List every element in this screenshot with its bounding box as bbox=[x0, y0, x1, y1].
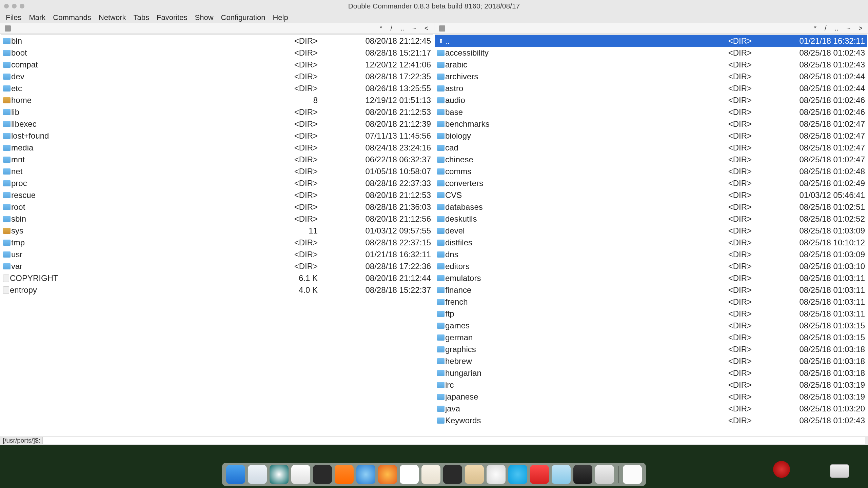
close-window-button[interactable] bbox=[4, 4, 9, 8]
file-row[interactable]: java<DIR>08/25/18 01:03:20 bbox=[435, 403, 867, 414]
nav-button[interactable]: * bbox=[814, 24, 816, 32]
file-row[interactable]: japanese<DIR>08/25/18 01:03:19 bbox=[435, 391, 867, 403]
file-row[interactable]: usr<DIR>01/21/18 16:32:11 bbox=[1, 248, 433, 260]
drive-icon[interactable] bbox=[5, 25, 11, 32]
dock-pdf-icon[interactable] bbox=[573, 465, 592, 484]
zoom-window-button[interactable] bbox=[20, 4, 24, 8]
nav-button[interactable]: ~ bbox=[847, 24, 851, 32]
file-row[interactable]: libexec<DIR>08/20/18 21:12:39 bbox=[1, 118, 433, 130]
file-row[interactable]: base<DIR>08/25/18 01:02:46 bbox=[435, 106, 867, 118]
desktop-drive-icon[interactable] bbox=[830, 464, 849, 478]
file-row[interactable]: var<DIR>08/28/18 17:22:36 bbox=[1, 260, 433, 272]
file-row[interactable]: home812/19/12 01:51:13 bbox=[1, 94, 433, 106]
file-row[interactable]: rescue<DIR>08/20/18 21:12:53 bbox=[1, 189, 433, 201]
menu-show[interactable]: Show bbox=[191, 12, 217, 23]
file-row[interactable]: emulators<DIR>08/25/18 01:03:11 bbox=[435, 272, 867, 284]
file-row[interactable]: audio<DIR>08/25/18 01:02:46 bbox=[435, 94, 867, 106]
file-row[interactable]: lost+found<DIR>07/11/13 11:45:56 bbox=[1, 130, 433, 142]
file-row[interactable]: deskutils<DIR>08/25/18 01:02:52 bbox=[435, 213, 867, 225]
file-row[interactable]: astro<DIR>08/25/18 01:02:44 bbox=[435, 82, 867, 94]
file-row[interactable]: german<DIR>08/25/18 01:03:15 bbox=[435, 331, 867, 343]
file-row[interactable]: chinese<DIR>08/25/18 01:02:47 bbox=[435, 154, 867, 165]
file-row[interactable]: games<DIR>08/25/18 01:03:15 bbox=[435, 320, 867, 331]
menu-tabs[interactable]: Tabs bbox=[130, 12, 153, 23]
dock-graph-icon[interactable] bbox=[530, 465, 549, 484]
file-row[interactable]: cad<DIR>08/25/18 01:02:47 bbox=[435, 142, 867, 154]
dock-preview-icon[interactable] bbox=[552, 465, 571, 484]
left-panel[interactable]: bin<DIR>08/20/18 21:12:45boot<DIR>08/28/… bbox=[1, 35, 433, 435]
file-row[interactable]: dns<DIR>08/25/18 01:03:09 bbox=[435, 248, 867, 260]
dock-skype-icon[interactable] bbox=[508, 465, 527, 484]
command-input[interactable] bbox=[42, 437, 865, 444]
file-row[interactable]: etc<DIR>08/26/18 13:25:55 bbox=[1, 82, 433, 94]
nav-button[interactable]: .. bbox=[400, 24, 404, 32]
dock-notes-icon[interactable] bbox=[421, 465, 440, 484]
file-row[interactable]: proc<DIR>08/28/18 22:37:33 bbox=[1, 177, 433, 189]
nav-button[interactable]: .. bbox=[835, 24, 839, 32]
file-row[interactable]: sys1101/03/12 09:57:55 bbox=[1, 225, 433, 237]
menu-files[interactable]: Files bbox=[2, 12, 25, 23]
file-row[interactable]: irc<DIR>08/25/18 01:03:19 bbox=[435, 379, 867, 391]
file-row[interactable]: root<DIR>08/28/18 21:36:03 bbox=[1, 201, 433, 213]
dock-clock-icon[interactable] bbox=[487, 465, 506, 484]
dock-firefox-icon[interactable] bbox=[378, 465, 397, 484]
file-row[interactable]: distfiles<DIR>08/25/18 10:10:12 bbox=[435, 237, 867, 248]
nav-button[interactable]: ~ bbox=[412, 24, 416, 32]
dock-finder-icon[interactable] bbox=[226, 465, 245, 484]
drive-icon[interactable] bbox=[439, 25, 445, 32]
file-row[interactable]: databases<DIR>08/25/18 01:02:51 bbox=[435, 201, 867, 213]
file-row[interactable]: boot<DIR>08/28/18 15:21:17 bbox=[1, 47, 433, 59]
file-row[interactable]: hungarian<DIR>08/25/18 01:03:18 bbox=[435, 367, 867, 379]
file-row[interactable]: ftp<DIR>08/25/18 01:03:11 bbox=[435, 308, 867, 320]
dock-window-icon[interactable] bbox=[248, 465, 267, 484]
file-row[interactable]: bin<DIR>08/20/18 21:12:45 bbox=[1, 35, 433, 47]
file-row[interactable]: compat<DIR>12/20/12 12:41:06 bbox=[1, 59, 433, 70]
dock-textedit-icon[interactable] bbox=[291, 465, 310, 484]
nav-button[interactable]: / bbox=[825, 24, 827, 32]
file-row[interactable]: ⬆..<DIR>01/21/18 16:32:11 bbox=[435, 35, 867, 47]
dock-trash-icon[interactable] bbox=[595, 465, 614, 484]
file-row[interactable]: lib<DIR>08/20/18 21:12:53 bbox=[1, 106, 433, 118]
file-row[interactable]: Keywords<DIR>08/25/18 01:02:43 bbox=[435, 414, 867, 426]
nav-button[interactable]: * bbox=[380, 24, 382, 32]
dock-charts-icon[interactable] bbox=[400, 465, 419, 484]
menu-commands[interactable]: Commands bbox=[49, 12, 95, 23]
file-row[interactable]: dev<DIR>08/28/18 17:22:35 bbox=[1, 70, 433, 82]
menu-configuration[interactable]: Configuration bbox=[217, 12, 269, 23]
right-panel[interactable]: ⬆..<DIR>01/21/18 16:32:11accessibility<D… bbox=[435, 35, 867, 435]
dock-calc-icon[interactable] bbox=[335, 465, 354, 484]
menu-network[interactable]: Network bbox=[95, 12, 130, 23]
file-row[interactable]: media<DIR>08/24/18 23:24:16 bbox=[1, 142, 433, 154]
file-row[interactable]: finance<DIR>08/25/18 01:03:11 bbox=[435, 284, 867, 296]
dock-activity-icon[interactable] bbox=[443, 465, 462, 484]
file-row[interactable]: archivers<DIR>08/25/18 01:02:44 bbox=[435, 70, 867, 82]
nav-button[interactable]: < bbox=[425, 24, 429, 32]
menu-favorites[interactable]: Favorites bbox=[153, 12, 191, 23]
file-row[interactable]: tmp<DIR>08/28/18 22:37:15 bbox=[1, 237, 433, 248]
dock-filemgr-icon[interactable] bbox=[465, 465, 484, 484]
file-row[interactable]: mnt<DIR>06/22/18 06:32:37 bbox=[1, 154, 433, 165]
file-row[interactable]: hebrew<DIR>08/25/18 01:03:18 bbox=[435, 355, 867, 367]
file-row[interactable]: graphics<DIR>08/25/18 01:03:18 bbox=[435, 343, 867, 355]
file-row[interactable]: sbin<DIR>08/20/18 21:12:56 bbox=[1, 213, 433, 225]
dock-terminal-icon[interactable] bbox=[313, 465, 332, 484]
file-row[interactable]: accessibility<DIR>08/25/18 01:02:43 bbox=[435, 47, 867, 59]
file-row[interactable]: entropy4.0 K08/28/18 15:22:37 bbox=[1, 284, 433, 296]
dock-browser-icon[interactable] bbox=[356, 465, 375, 484]
file-row[interactable]: benchmarks<DIR>08/25/18 01:02:47 bbox=[435, 118, 867, 130]
nav-button[interactable]: / bbox=[390, 24, 392, 32]
dock-contrast-icon[interactable] bbox=[270, 465, 289, 484]
file-row[interactable]: devel<DIR>08/25/18 01:03:09 bbox=[435, 225, 867, 237]
file-row[interactable]: net<DIR>01/05/18 10:58:07 bbox=[1, 165, 433, 177]
file-row[interactable]: arabic<DIR>08/25/18 01:02:43 bbox=[435, 59, 867, 70]
menu-mark[interactable]: Mark bbox=[25, 12, 49, 23]
bsd-mascot-icon[interactable] bbox=[773, 461, 790, 478]
file-row[interactable]: biology<DIR>08/25/18 01:02:47 bbox=[435, 130, 867, 142]
file-row[interactable]: french<DIR>08/25/18 01:03:11 bbox=[435, 296, 867, 308]
file-row[interactable]: converters<DIR>08/25/18 01:02:49 bbox=[435, 177, 867, 189]
dock-term2-icon[interactable] bbox=[623, 465, 642, 484]
minimize-window-button[interactable] bbox=[12, 4, 17, 8]
file-row[interactable]: CVS<DIR>01/03/12 05:46:41 bbox=[435, 189, 867, 201]
nav-button[interactable]: > bbox=[859, 24, 863, 32]
file-row[interactable]: comms<DIR>08/25/18 01:02:48 bbox=[435, 165, 867, 177]
